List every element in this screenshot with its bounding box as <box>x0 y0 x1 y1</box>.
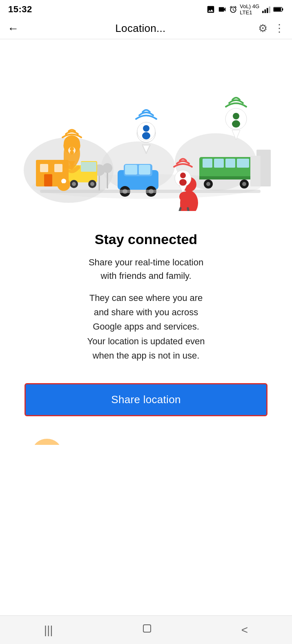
svg-rect-3 <box>269 7 270 13</box>
svg-point-25 <box>90 182 94 186</box>
svg-point-73 <box>179 179 187 186</box>
svg-rect-38 <box>225 159 235 168</box>
svg-rect-6 <box>282 8 283 10</box>
signal-icon <box>262 6 271 13</box>
svg-point-69 <box>232 120 240 128</box>
subtitle-text: Share your real-time locationwith friend… <box>16 256 276 283</box>
svg-rect-46 <box>250 156 261 186</box>
location-sharing-illustration <box>20 56 273 211</box>
alarm-icon <box>229 5 237 13</box>
svg-rect-29 <box>125 165 137 175</box>
nav-bar: ||| < <box>0 615 292 644</box>
avatar-partial <box>33 429 61 445</box>
svg-point-60 <box>70 150 74 155</box>
svg-point-59 <box>70 147 74 151</box>
svg-rect-78 <box>143 625 151 632</box>
status-icons: VoL) 4GLTE1 <box>206 3 284 16</box>
svg-rect-26 <box>81 162 96 172</box>
svg-point-65 <box>142 132 150 139</box>
settings-icon[interactable]: ⚙ <box>258 22 267 35</box>
recent-apps-button[interactable]: ||| <box>44 624 53 637</box>
svg-rect-5 <box>274 8 281 11</box>
illustration-area <box>0 39 292 219</box>
svg-rect-19 <box>44 174 52 186</box>
svg-point-77 <box>33 439 61 445</box>
back-button[interactable]: ← <box>7 23 19 34</box>
home-button[interactable] <box>141 622 153 637</box>
svg-rect-18 <box>54 164 62 172</box>
photo-icon <box>206 5 215 14</box>
svg-point-15 <box>103 163 112 173</box>
share-button-wrapper: Share location <box>0 383 292 416</box>
svg-point-56 <box>60 183 67 190</box>
svg-point-72 <box>180 173 186 178</box>
detail-text: They can see where you are and share wit… <box>16 291 276 363</box>
app-bar-action-icons: ⚙ ⋮ <box>258 22 285 35</box>
status-bar: 15:32 VoL) 4GLTE1 <box>0 0 292 18</box>
svg-rect-30 <box>139 165 150 175</box>
main-title: Stay connected <box>16 231 276 247</box>
svg-rect-0 <box>262 11 264 13</box>
svg-rect-17 <box>40 164 48 172</box>
svg-point-68 <box>233 113 239 119</box>
more-options-icon[interactable]: ⋮ <box>274 22 285 35</box>
svg-point-74 <box>179 192 189 202</box>
svg-point-23 <box>72 182 76 186</box>
svg-rect-39 <box>237 159 249 168</box>
battery-icon <box>273 6 284 13</box>
svg-rect-36 <box>203 159 212 168</box>
share-location-button[interactable]: Share location <box>25 383 267 416</box>
svg-point-42 <box>206 182 210 186</box>
svg-point-44 <box>242 182 246 186</box>
svg-rect-47 <box>40 190 261 193</box>
svg-rect-40 <box>199 176 252 180</box>
app-bar: ← Location... ⚙ ⋮ <box>0 18 292 39</box>
video-icon <box>218 5 227 14</box>
back-nav-button[interactable]: < <box>241 624 248 637</box>
main-content: Stay connected Share your real-time loca… <box>0 219 292 363</box>
svg-rect-2 <box>267 8 268 13</box>
app-bar-title: Location... <box>23 22 258 35</box>
avatar-peek <box>0 429 292 445</box>
svg-point-55 <box>61 179 66 184</box>
svg-point-64 <box>143 125 149 132</box>
svg-rect-37 <box>214 159 224 168</box>
status-time: 15:32 <box>8 4 32 15</box>
network-text: VoL) 4GLTE1 <box>240 3 259 16</box>
svg-rect-1 <box>265 9 266 13</box>
